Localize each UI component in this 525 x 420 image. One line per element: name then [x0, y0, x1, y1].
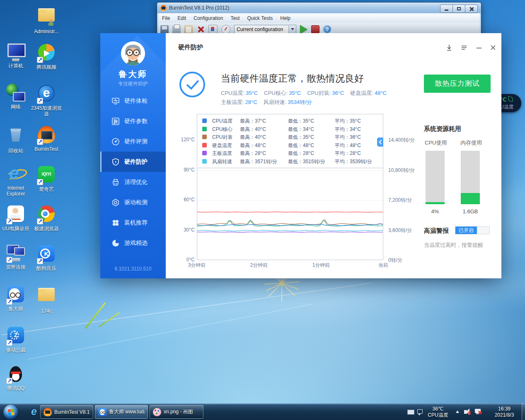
legend-max: 最高：28°C [240, 150, 266, 157]
app-version: 6.1021.3110.510 [100, 266, 166, 272]
sidebar-item-cleanup[interactable]: 清理优化 [100, 172, 166, 192]
volume-muted-icon[interactable] [464, 410, 467, 414]
network-disconnected-icon[interactable] [475, 409, 481, 413]
desktop-icon-administrator[interactable]: Administr... [31, 5, 62, 34]
legend-row: CPU封装最高：40°C最低：35°C平均：36°C [197, 133, 383, 142]
desktop-icon-internet-explorer[interactable]: Internet Explorer [0, 165, 31, 197]
show-desktop-button[interactable] [522, 403, 525, 420]
menu-file[interactable]: File [158, 15, 174, 21]
desktop-icon-uu-clinic[interactable]: UU电脑诊所 [0, 204, 31, 232]
sidebar-item-game-center[interactable]: 游戏精选 [100, 233, 166, 253]
chevron-down-icon [288, 26, 296, 33]
status-metrics-row1: CPU温度:35°C CPU核心:35°C CPU封装:36°C 硬盘温度:48… [221, 89, 387, 97]
desktop-icon-label: Internet Explorer [0, 185, 31, 197]
menu-edit[interactable]: Edit [174, 15, 190, 21]
legend-series-name: 硬盘温度 [212, 142, 232, 149]
delete-icon[interactable] [196, 25, 205, 34]
language-bar-icon[interactable] [417, 409, 423, 414]
legend-swatch [202, 127, 207, 131]
legend-avg: 平均：28°C [335, 150, 361, 157]
sidebar-item-hardware-check[interactable]: 硬件体检 [100, 91, 166, 111]
status-ok-icon [179, 72, 205, 97]
legend-row: CPU核心最高：40°C最低：34°C平均：34°C [197, 126, 383, 134]
legend-max: 最高：48°C [240, 142, 266, 149]
start-button[interactable] [3, 405, 18, 420]
desktop-icon-2345-browser[interactable]: 2345加速浏览器 [31, 84, 62, 117]
start-tests-button[interactable] [300, 25, 307, 34]
high-temp-alarm-toggle[interactable]: 已开启 [455, 226, 490, 234]
clipboard-icon[interactable] [184, 25, 193, 34]
desktop-icon-tencent-video[interactable]: 腾讯视频 [31, 43, 62, 70]
desktop-icon-kugou[interactable]: 酷狗音乐 [31, 244, 62, 271]
desktop-icon-label: 174c [31, 308, 62, 314]
legend-min: 最低：28°C [288, 150, 314, 157]
desktop-icon-recycle-bin[interactable]: 回收站 [0, 125, 31, 154]
window-title: BurnInTest V8.1 Pro (1012) [169, 5, 229, 11]
download-icon[interactable] [445, 44, 453, 51]
desktop-icon-computer[interactable]: 计算机 [0, 43, 31, 69]
broadband-icon [6, 244, 25, 263]
legend-series-name: CPU温度 [212, 118, 232, 125]
menu-test[interactable]: Test [227, 15, 243, 21]
sidebar-item-hardware-benchmark[interactable]: 硬件评测 [100, 131, 166, 152]
desktop-icon-broadband[interactable]: 宽带连接 [0, 244, 31, 270]
taskbar-button-ludashi[interactable]: 鲁大师 www.luda... [95, 405, 148, 419]
sidebar-item-hardware-protection[interactable]: 硬件防护 [100, 152, 166, 172]
menu-quick-tests[interactable]: Quick Tests [243, 15, 276, 21]
configuration-dropdown[interactable]: Current configuration [234, 25, 296, 34]
taskbar-button-paint[interactable]: xn.png - 画图 [150, 405, 203, 419]
save-icon[interactable] [160, 25, 169, 34]
gauge-icon[interactable] [221, 25, 230, 34]
desktop-icon-burnintest[interactable]: BurnInTest [31, 125, 62, 152]
status-metrics-row2: 主板温度:28°C 风扇转速:3534转/分 [221, 99, 312, 106]
y-axis-tick: 90°C [167, 167, 195, 173]
help-icon[interactable]: ? [323, 25, 331, 33]
menu-configuration[interactable]: Configuration [190, 15, 227, 21]
maximize-button[interactable] [452, 5, 465, 13]
desktop-icon-label: 计算机 [0, 63, 31, 69]
desktop-icon-label: UU电脑诊所 [0, 226, 31, 232]
desktop-icon-qq[interactable]: 腾讯QQ [0, 365, 31, 391]
certificate-icon[interactable] [208, 25, 218, 34]
show-hidden-icons-arrow[interactable] [456, 410, 459, 413]
stress-test-button[interactable]: 散热压力测试 [424, 75, 491, 93]
windows-logo-icon [8, 409, 11, 412]
close-icon[interactable] [489, 44, 497, 51]
legend-series-name: 主板温度 [212, 150, 232, 157]
desktop-icon-driver-master[interactable]: 驱动总裁 [0, 326, 31, 353]
burnintest-titlebar[interactable]: BurnInTest V8.1 Pro (1012) [157, 2, 481, 13]
desktop-icon-network[interactable]: 网络 [0, 84, 31, 110]
legend-row: CPU温度最高：37°C最低：35°C平均：35°C [197, 117, 383, 126]
input-method-keyboard-icon[interactable] [407, 410, 414, 415]
print-icon[interactable] [172, 25, 181, 34]
legend-swatch [202, 118, 207, 123]
minimize-icon[interactable] [475, 44, 483, 51]
tencent-video-icon [37, 44, 56, 63]
sidebar-item-driver-check[interactable]: 驱动检测 [100, 192, 166, 212]
desktop-icon-folder-174c[interactable]: 174c [31, 285, 62, 314]
desktop-icon-ludashi[interactable]: 鲁大师 [0, 285, 31, 312]
stop-tests-button[interactable] [311, 25, 319, 34]
sidebar-item-label: 硬件参数 [124, 118, 148, 125]
tray-cpu-temp[interactable]: 36℃ CPU温度 [424, 406, 452, 418]
burnintest-icon [44, 408, 52, 416]
desktop-icon-label: Administr... [31, 29, 62, 34]
menu-help[interactable]: Help [276, 15, 294, 21]
desktop-icon-speed-browser[interactable]: 极速浏览器 [31, 204, 62, 232]
mem-usage-value: 1.6GB [461, 208, 480, 215]
desktop-icon-iqiyi[interactable]: 爱奇艺 [31, 165, 62, 192]
legend-avg: 平均：48°C [335, 142, 361, 149]
taskbar-ie-icon[interactable] [26, 406, 42, 419]
burnintest-icon [37, 126, 56, 145]
page-title: 硬件防护 [178, 43, 203, 51]
tray-clock[interactable]: 16:39 2021/8/3 [488, 406, 520, 418]
x-axis-tick: 当前 [365, 262, 402, 269]
sidebar-item-hardware-params[interactable]: 硬件参数 [100, 111, 166, 131]
legend-collapse-chevron[interactable] [377, 138, 383, 147]
menu-icon[interactable] [460, 44, 468, 51]
minimize-button[interactable] [440, 5, 453, 13]
tray-date: 2021/8/3 [488, 412, 520, 418]
taskbar-button-burnintest[interactable]: BurnInTest V8.1 ... [40, 405, 93, 419]
sidebar-item-pc-builder[interactable]: 装机推荐 [100, 212, 166, 233]
close-button[interactable] [465, 5, 478, 13]
